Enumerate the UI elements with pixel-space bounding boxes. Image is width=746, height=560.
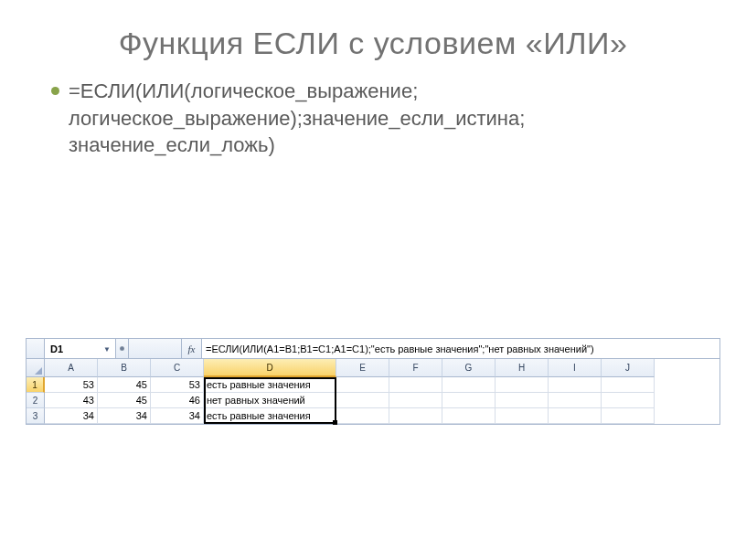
excel-screenshot: D1 ▼ fx =ЕСЛИ(ИЛИ(A1=B1;B1=C1;A1=C1);"ес… <box>26 338 720 425</box>
formula-bar-left-gutter <box>27 339 45 358</box>
select-all-corner[interactable] <box>27 359 45 377</box>
col-header-G[interactable]: G <box>442 359 496 377</box>
name-box[interactable]: D1 ▼ <box>45 339 116 358</box>
cell-E2[interactable] <box>336 393 389 408</box>
cell-B2[interactable]: 45 <box>98 393 151 408</box>
name-box-value: D1 <box>50 343 63 354</box>
columns-area: A B C D E F G H I J 53 45 53 есть равные… <box>45 359 719 424</box>
column-header-row: A B C D E F G H I J <box>45 359 719 377</box>
col-header-H[interactable]: H <box>496 359 549 377</box>
cell-A3[interactable]: 34 <box>45 408 98 424</box>
cell-C1[interactable]: 53 <box>151 377 204 393</box>
cell-C2[interactable]: 46 <box>151 393 204 408</box>
formula-bar-spacer <box>129 339 182 358</box>
row-header-3[interactable]: 3 <box>27 408 45 424</box>
col-header-J[interactable]: J <box>602 359 655 377</box>
cell-I3[interactable] <box>549 408 602 424</box>
fx-button[interactable]: fx <box>182 339 202 358</box>
cell-I2[interactable] <box>549 393 602 408</box>
formula-bar: D1 ▼ fx =ЕСЛИ(ИЛИ(A1=B1;B1=C1;A1=C1);"ес… <box>27 339 719 359</box>
cell-G3[interactable] <box>442 408 496 424</box>
cell-E3[interactable] <box>336 408 389 424</box>
cell-H2[interactable] <box>496 393 549 408</box>
bullet-dot-icon <box>51 87 59 95</box>
cell-D3[interactable]: есть равные значения <box>204 408 336 424</box>
cell-A2[interactable]: 43 <box>45 393 98 408</box>
col-header-A[interactable]: A <box>45 359 98 377</box>
table-row: 34 34 34 есть равные значения <box>45 408 719 424</box>
formula-bar-handle-icon <box>116 339 129 358</box>
spreadsheet-grid: 1 2 3 A B C D E F G H I J 53 45 53 есть … <box>27 359 719 424</box>
cell-B1[interactable]: 45 <box>98 377 151 393</box>
row-header-column: 1 2 3 <box>27 359 45 424</box>
col-header-B[interactable]: B <box>98 359 151 377</box>
cell-F1[interactable] <box>389 377 442 393</box>
name-box-dropdown-icon[interactable]: ▼ <box>101 343 113 355</box>
cell-F3[interactable] <box>389 408 442 424</box>
cell-J1[interactable] <box>602 377 655 393</box>
cell-C3[interactable]: 34 <box>151 408 204 424</box>
cell-J2[interactable] <box>602 393 655 408</box>
col-header-F[interactable]: F <box>389 359 442 377</box>
row-header-2[interactable]: 2 <box>27 393 45 408</box>
cell-J3[interactable] <box>602 408 655 424</box>
cell-D1[interactable]: есть равные значения <box>204 377 336 393</box>
cell-H1[interactable] <box>496 377 549 393</box>
cell-B3[interactable]: 34 <box>98 408 151 424</box>
col-header-D[interactable]: D <box>204 359 336 377</box>
cell-E1[interactable] <box>336 377 389 393</box>
cell-I1[interactable] <box>549 377 602 393</box>
cell-A1[interactable]: 53 <box>45 377 98 393</box>
table-row: 53 45 53 есть равные значения <box>45 377 719 393</box>
cell-D2[interactable]: нет равных значений <box>204 393 336 408</box>
cell-F2[interactable] <box>389 393 442 408</box>
cell-G2[interactable] <box>442 393 496 408</box>
bullet-block: =ЕСЛИ(ИЛИ(логическое_выражение; логическ… <box>0 78 746 159</box>
formula-input[interactable]: =ЕСЛИ(ИЛИ(A1=B1;B1=C1;A1=C1);"есть равны… <box>202 339 719 358</box>
table-row: 43 45 46 нет равных значений <box>45 393 719 408</box>
col-header-E[interactable]: E <box>336 359 389 377</box>
col-header-C[interactable]: C <box>151 359 204 377</box>
cell-G1[interactable] <box>442 377 496 393</box>
row-header-1[interactable]: 1 <box>27 377 45 393</box>
bullet-text: =ЕСЛИ(ИЛИ(логическое_выражение; логическ… <box>69 78 695 159</box>
cell-H3[interactable] <box>496 408 549 424</box>
col-header-I[interactable]: I <box>549 359 602 377</box>
slide-title: Функция ЕСЛИ с условием «ИЛИ» <box>0 0 746 78</box>
